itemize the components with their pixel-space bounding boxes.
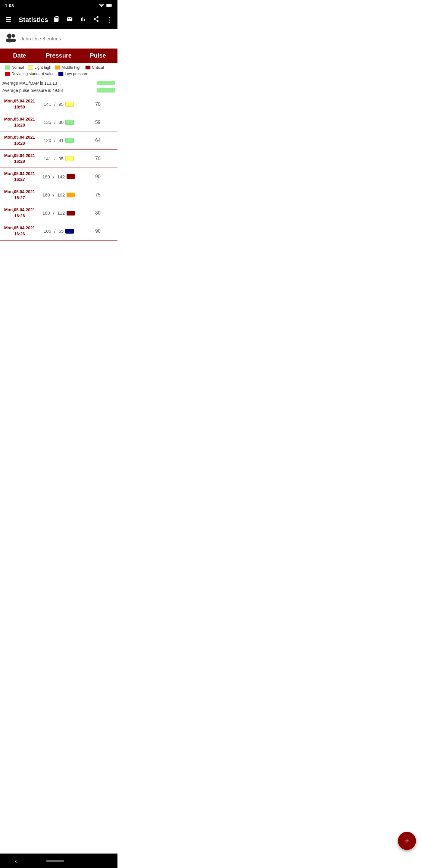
svg-point-3 (7, 34, 12, 38)
pressure-separator: / (53, 120, 57, 125)
user-section: John Doe 8 entries (0, 29, 118, 49)
share-icon[interactable] (91, 14, 101, 26)
date-line2: 18:50 (14, 104, 25, 110)
systolic-value: 180 (42, 210, 50, 216)
pulse-cell: 75 (78, 189, 118, 201)
legend: Normal Light high Middle high Critical D… (0, 63, 118, 79)
pressure-cell: 135 / 80 (39, 117, 78, 128)
pulse-cell: 80 (78, 207, 118, 219)
date-line1: Mon,05.04.2021 (4, 171, 35, 176)
pressure-separator: / (52, 174, 56, 179)
legend-item: Critical (85, 65, 104, 70)
status-bar: 1:03 (0, 0, 118, 11)
status-time: 1:03 (5, 3, 14, 8)
date-cell: Mon,05.04.2021 16:28 (0, 131, 39, 149)
date-line2: 16:28 (14, 159, 25, 164)
systolic-value: 141 (44, 101, 51, 107)
avg-row: Average pulse pressure is 49.88 (2, 87, 115, 94)
header-pressure: Pressure (39, 49, 78, 63)
date-line2: 16:28 (14, 141, 25, 146)
pressure-cell: 180 / 112 (39, 207, 78, 218)
status-icons (99, 3, 112, 8)
table-row[interactable]: Mon,05.04.2021 16:28 120 / 81 64 (0, 131, 118, 150)
averages: Average MAD/MAP is 113.13 Average pulse … (0, 79, 118, 95)
pressure-separator: / (53, 156, 57, 161)
svg-rect-1 (111, 5, 112, 6)
pressure-indicator (67, 193, 75, 197)
diastolic-value: 95 (59, 156, 64, 161)
pulse-cell: 70 (78, 153, 118, 164)
svg-point-4 (12, 34, 15, 38)
date-line1: Mon,05.04.2021 (4, 135, 35, 140)
legend-color (85, 65, 91, 70)
data-table: Mon,05.04.2021 18:50 141 / 95 70 Mon,05.… (0, 95, 118, 241)
legend-item: Deviating standard value (5, 71, 55, 76)
legend-label: Middle high (61, 65, 82, 70)
app-bar: ☰ Statistics ⋮ (0, 11, 118, 29)
legend-color (5, 65, 10, 70)
date-line1: Mon,05.04.2021 (4, 225, 35, 230)
pressure-cell: 160 / 102 (39, 189, 78, 200)
pulse-cell: 90 (78, 225, 118, 237)
pressure-indicator (65, 229, 74, 234)
pressure-separator: / (53, 101, 57, 107)
table-row[interactable]: Mon,05.04.2021 16:26 180 / 112 80 (0, 204, 118, 222)
pressure-indicator (67, 174, 75, 179)
legend-item: Normal (5, 65, 24, 70)
legend-color (5, 72, 10, 76)
date-line2: 16:28 (14, 123, 25, 127)
pressure-separator: / (52, 210, 56, 216)
table-row[interactable]: Mon,05.04.2021 16:27 189 / 142 90 (0, 168, 118, 186)
svg-point-6 (10, 38, 16, 42)
pressure-indicator (65, 138, 74, 143)
date-cell: Mon,05.04.2021 16:27 (0, 186, 39, 204)
diastolic-value: 112 (57, 210, 65, 216)
pressure-cell: 105 / 65 (39, 225, 78, 237)
pressure-indicator (65, 120, 74, 125)
date-line1: Mon,05.04.2021 (4, 189, 35, 194)
date-line2: 16:26 (14, 231, 25, 236)
pulse-cell: 64 (78, 135, 118, 146)
date-cell: Mon,05.04.2021 16:28 (0, 150, 39, 167)
pressure-cell: 141 / 95 (39, 153, 78, 164)
legend-item: Low pressure (58, 71, 88, 76)
legend-label: Light high (34, 65, 51, 70)
pulse-cell: 59 (78, 117, 118, 128)
legend-label: Deviating standard value (11, 71, 55, 76)
app-title: Statistics (19, 16, 48, 24)
avg-bar (97, 81, 115, 85)
pressure-separator: / (53, 138, 57, 143)
diastolic-value: 142 (57, 174, 65, 179)
table-header: Date Pressure Pulse (0, 49, 118, 63)
diastolic-value: 81 (59, 138, 64, 143)
avg-bar (97, 88, 115, 93)
table-row[interactable]: Mon,05.04.2021 18:50 141 / 95 70 (0, 95, 118, 113)
legend-color (28, 65, 33, 70)
user-name: John Doe 8 entries (21, 36, 61, 41)
pressure-indicator (67, 211, 75, 216)
date-cell: Mon,05.04.2021 16:26 (0, 222, 39, 240)
battery-icon (106, 3, 112, 7)
table-row[interactable]: Mon,05.04.2021 16:27 160 / 102 75 (0, 186, 118, 204)
header-date: Date (0, 49, 39, 63)
pressure-separator: / (52, 192, 56, 197)
date-line1: Mon,05.04.2021 (4, 207, 35, 212)
date-line2: 16:27 (14, 177, 25, 182)
systolic-value: 105 (44, 228, 51, 234)
menu-icon[interactable]: ☰ (4, 14, 13, 26)
more-icon[interactable]: ⋮ (104, 14, 115, 26)
diastolic-value: 102 (57, 192, 65, 197)
chart-icon[interactable] (78, 14, 88, 26)
legend-label: Normal (11, 65, 24, 70)
systolic-value: 120 (44, 138, 51, 143)
sdcard-icon[interactable] (51, 14, 61, 26)
date-line1: Mon,05.04.2021 (4, 153, 35, 158)
table-row[interactable]: Mon,05.04.2021 16:28 135 / 80 59 (0, 113, 118, 131)
pressure-separator: / (53, 228, 57, 234)
pulse-cell: 90 (78, 171, 118, 182)
table-row[interactable]: Mon,05.04.2021 16:26 105 / 65 90 (0, 222, 118, 240)
table-row[interactable]: Mon,05.04.2021 16:28 141 / 95 70 (0, 150, 118, 168)
email-icon[interactable] (64, 14, 75, 26)
avg-label: Average pulse pressure is 49.88 (2, 88, 63, 93)
date-line2: 16:26 (14, 213, 25, 218)
